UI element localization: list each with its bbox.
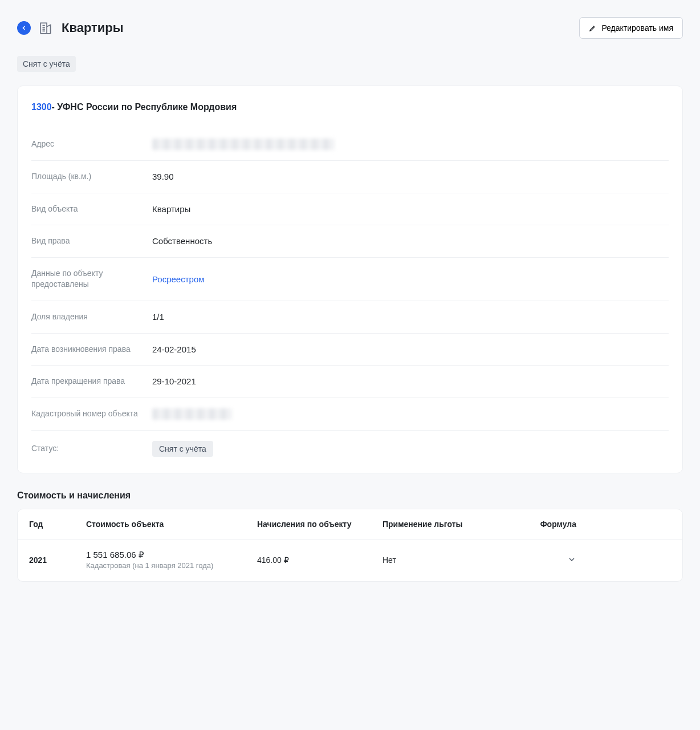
chevron-down-icon [567,555,576,564]
label-cadastral: Кадастровый номер объекта [31,408,145,420]
row-right-end: Дата прекращения права 29-10-2021 [31,366,669,398]
page-header: Квартиры Редактировать имя [17,17,683,39]
label-ownership-share: Доля владения [31,311,145,323]
label-address: Адрес [31,139,145,150]
card-title: 1300- УФНС России по Республике Мордовия [31,102,669,112]
cost-table: Год Стоимость объекта Начисления по объе… [17,509,683,582]
value-address [152,139,335,150]
col-header-charges: Начисления по объекту [257,520,382,529]
col-header-cost: Стоимость объекта [86,520,257,529]
cell-charges: 416.00 ₽ [257,555,382,565]
value-object-type: Квартиры [152,204,190,214]
back-button[interactable] [17,21,31,35]
table-header-row: Год Стоимость объекта Начисления по объе… [18,509,682,540]
value-provided-by[interactable]: Росреестром [152,274,205,284]
cell-year: 2021 [29,555,86,565]
status-chip: Снят с учёта [152,441,213,457]
pencil-icon [589,24,597,32]
value-right-start: 24-02-2015 [152,344,196,354]
row-address: Адрес [31,128,669,161]
cost-section-title: Стоимость и начисления [17,490,683,501]
row-right-start: Дата возникновения права 24-02-2015 [31,334,669,366]
redacted-address [152,139,335,150]
value-right-end: 29-10-2021 [152,376,196,386]
status-badge-top: Снят с учёта [17,56,76,72]
row-status: Статус: Снят с учёта [31,431,669,467]
col-header-year: Год [29,520,86,529]
cell-formula [531,555,576,566]
org-code: 1300 [31,102,52,112]
value-status: Снят с учёта [152,441,213,457]
row-right-type: Вид права Собственность [31,225,669,258]
cell-cost-sub: Кадастровая (на 1 января 2021 года) [86,561,257,571]
building-icon [39,21,54,35]
value-cadastral [152,408,232,420]
svg-rect-0 [40,23,47,33]
label-right-end: Дата прекращения права [31,376,145,387]
row-provided-by: Данные по объекту предоставлены Росреест… [31,258,669,301]
col-header-benefit: Применение льготы [382,520,531,529]
edit-name-label: Редактировать имя [601,23,673,33]
expand-row-button[interactable] [567,555,576,564]
cell-cost: 1 551 685.06 ₽ Кадастровая (на 1 января … [86,550,257,571]
page-title: Квартиры [62,21,124,35]
row-cadastral: Кадастровый номер объекта [31,398,669,431]
value-right-type: Собственность [152,236,212,246]
row-ownership-share: Доля владения 1/1 [31,301,669,334]
details-card: 1300- УФНС России по Республике Мордовия… [17,86,683,473]
value-ownership-share: 1/1 [152,312,164,322]
row-area: Площадь (кв.м.) 39.90 [31,161,669,193]
label-area: Площадь (кв.м.) [31,171,145,182]
label-status: Статус: [31,443,145,455]
table-row: 2021 1 551 685.06 ₽ Кадастровая (на 1 ян… [18,540,682,581]
cell-benefit: Нет [382,555,531,565]
row-object-type: Вид объекта Квартиры [31,193,669,226]
cell-cost-main: 1 551 685.06 ₽ [86,550,257,560]
label-right-type: Вид права [31,236,145,247]
label-object-type: Вид объекта [31,204,145,215]
header-left: Квартиры [17,21,124,35]
value-area: 39.90 [152,172,174,181]
label-right-start: Дата возникновения права [31,344,145,355]
label-provided-by: Данные по объекту предоставлены [31,268,145,290]
org-name: - УФНС России по Республике Мордовия [52,102,237,112]
edit-name-button[interactable]: Редактировать имя [579,17,683,39]
redacted-cadastral [152,408,232,420]
arrow-left-icon [21,25,27,31]
col-header-formula: Формула [531,520,576,529]
